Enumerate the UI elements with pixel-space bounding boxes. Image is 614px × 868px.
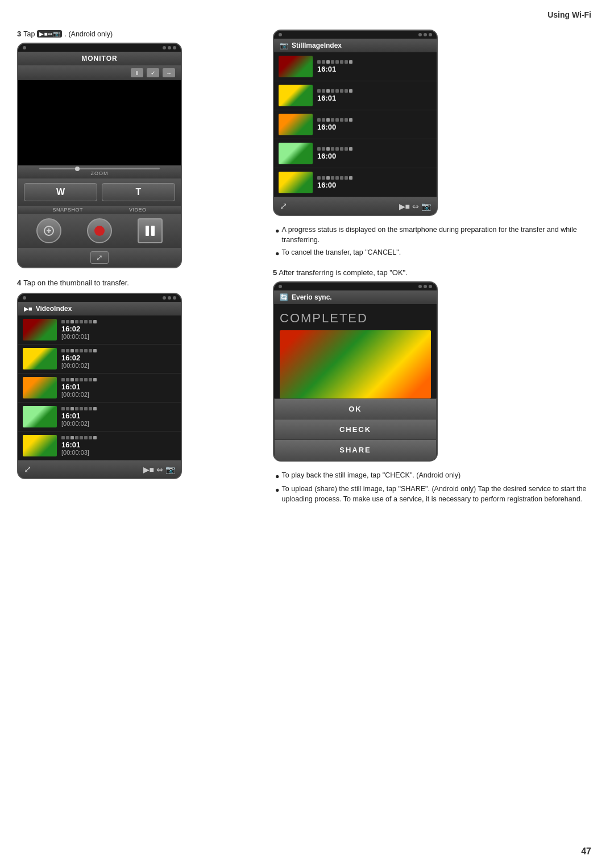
list-item[interactable]: 16:01 [00:00:02] [18,373,181,402]
list-item[interactable]: 16:01 [00:00:02] [18,402,181,431]
record-button[interactable] [87,218,112,243]
list-item[interactable]: 16:00 [274,139,437,168]
vi-statusbar-dot [23,296,26,300]
videoindex-bottom-bar: ⤢ ▶■ ⇔ 📷 [18,460,181,478]
bullet-3: ● [275,472,280,482]
step5-label: 5 After transferring is complete, tap "O… [273,268,597,277]
everio-title: Everio sync. [292,293,332,301]
record-dot [94,226,105,236]
zoom-section: ZOOM [18,165,181,178]
page-number: 47 [581,846,591,857]
transfer-camera-icon: 📷 [165,465,175,474]
pause-button[interactable] [138,218,163,243]
still-title-bar: 📷 StillImageIndex [274,39,437,52]
pause-toolbar-icon[interactable]: ⏸ [131,68,143,77]
list-item[interactable]: 16:02 [00:00:02] [18,344,181,373]
section-step4: 4 Tap on the thumbnail to transfer. ▶■ V… [17,279,256,479]
checkmark-toolbar-icon[interactable]: ✓ [147,68,159,77]
monitor-bottom-bar: ⤢ [18,248,181,267]
item-info-3: 16:01 [00:00:02] [61,378,176,398]
still-thumb-2 [279,85,313,106]
snapshot-button[interactable] [36,218,61,243]
page-header: Using Wi-Fi [0,0,614,24]
item-duration-3: [00:00:02] [61,391,176,398]
videoindex-icon: ▶■ [24,305,32,313]
list-item[interactable]: 16:01 [274,81,437,110]
note-text-2: To cancel the transfer, tap "CANCEL". [282,248,401,258]
thumb-4 [23,406,57,427]
still-transfer-icon: ▶■ [399,202,410,211]
left-column: 3 Tap ▶■ ⇔ 📷 . (Android only) [17,30,256,513]
zoom-slider[interactable] [39,168,160,169]
list-item[interactable]: 16:00 [274,110,437,139]
still-time-5: 16:00 [317,181,432,189]
w-button[interactable]: W [24,183,97,201]
zoom-label: ZOOM [91,171,109,176]
step3-number: 3 [17,30,21,38]
step4-number: 4 [17,279,21,287]
list-item[interactable]: 16:02 [00:00:01] [18,315,181,344]
tap-icon-arrows: ⇔ [48,31,52,37]
note-text-4: To upload (share) the still image, tap "… [282,484,597,504]
note-item-2: ● To cancel the transfer, tap "CANCEL". [275,248,597,259]
videoindex-list: 16:02 [00:00:01] [18,315,181,460]
step3-tap-text: Tap [23,30,35,38]
still-index-list: 16:01 16:01 [274,52,437,197]
icons-row-5 [61,436,176,439]
still-title: StillImageIndex [292,41,342,49]
t-button[interactable]: T [102,183,175,201]
list-item[interactable]: 16:01 [274,52,437,81]
share-button[interactable]: SHARE [275,440,436,460]
monitor-toolbar[interactable]: ⏸ ✓ → [18,65,181,80]
pause-bar-2 [151,226,155,236]
list-item[interactable]: 16:01 [00:00:03] [18,431,181,460]
check-button[interactable]: CHECK [275,420,436,439]
still-thumb-3 [279,114,313,135]
step4-label: 4 Tap on the thumbnail to transfer. [17,279,256,287]
still-arrow-icon: ⇔ [412,202,419,211]
vi-statusbar-dots [163,296,176,300]
monitor-device: MONITOR ⏸ ✓ → ZOOM [17,43,182,268]
dot1 [163,46,166,49]
note-item-3: ● To play back the still image, tap "CHE… [275,471,597,482]
still-statusbar [274,31,437,39]
transfer-icons[interactable]: ▶■ ⇔ 📷 [143,465,175,474]
bottom-left[interactable]: ⤢ [24,464,31,475]
item-info-4: 16:01 [00:00:02] [61,407,176,427]
section-step3: 3 Tap ▶■ ⇔ 📷 . (Android only) [17,30,256,268]
notes-section-2: ● To play back the still image, tap "CHE… [273,471,597,505]
control-buttons [18,214,181,248]
still-transfer-icons[interactable]: ▶■ ⇔ 📷 [399,202,431,211]
ok-button[interactable]: OK [275,399,436,419]
still-image-device: 📷 StillImageIndex 16:01 [273,30,438,216]
monitor-screen [18,80,181,165]
thumb-3 [23,377,57,398]
completed-label: COMPLETED [280,311,431,326]
notes-section-1: ● A progress status is displayed on the … [273,225,597,259]
item-time-2: 16:02 [61,354,176,362]
still-thumb-4 [279,143,313,164]
expand-icon[interactable]: ⤢ [90,251,109,264]
step3-suffix: . (Android only) [64,30,113,38]
header-title: Using Wi-Fi [547,10,591,19]
statusbar-dots [163,46,176,49]
everio-statusbar [274,283,437,290]
back-expand-icon: ⤢ [280,201,287,211]
completed-section: COMPLETED [274,304,437,398]
everio-device: 🔄 Everio sync. COMPLETED OK CHECK SHARE [273,281,438,462]
note-item-1: ● A progress status is displayed on the … [275,225,597,245]
item-time-5: 16:01 [61,441,176,449]
still-back-icon[interactable]: ⤢ [280,201,287,211]
step4-text: Tap on the thumbnail to transfer. [23,279,129,287]
zoom-slider-container [24,168,175,169]
pause-bar-1 [146,226,149,236]
item-info-5: 16:01 [00:00:03] [61,436,176,456]
item-duration-4: [00:00:02] [61,420,176,427]
transfer-video-icon: ▶■ [143,465,154,474]
item-info-2: 16:02 [00:00:02] [61,349,176,369]
item-time-1: 16:02 [61,325,176,333]
action-buttons: OK CHECK SHARE [274,398,437,460]
list-item[interactable]: 16:00 [274,168,437,197]
bullet-2: ● [275,249,280,259]
arrow-toolbar-icon[interactable]: → [163,68,175,77]
